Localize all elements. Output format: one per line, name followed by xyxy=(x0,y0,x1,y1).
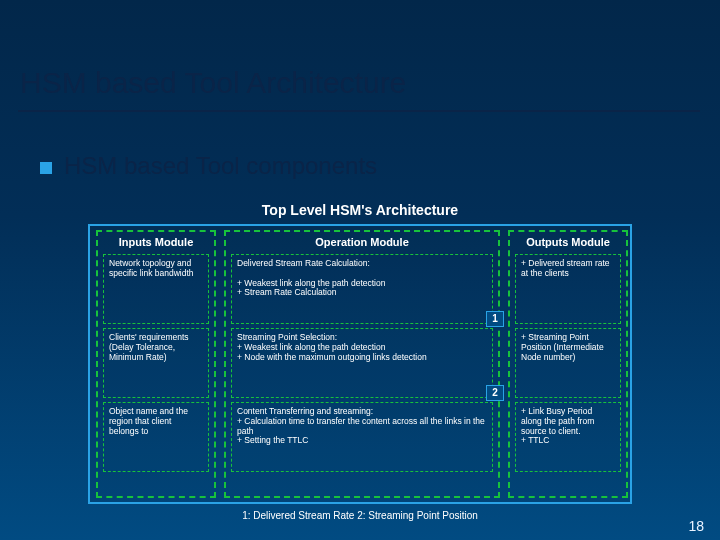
op-row-0: Delivered Stream Rate Calculation: + Wea… xyxy=(231,254,493,324)
input-row-1: Clients' requirements (Delay Tolerance, … xyxy=(103,328,209,398)
outputs-column: Outputs Module + Delivered stream rate a… xyxy=(508,230,628,498)
architecture-frame: Inputs Module Network topology and speci… xyxy=(88,224,632,504)
output-row-1: + Streaming Point Position (Intermediate… xyxy=(515,328,621,398)
operation-header: Operation Module xyxy=(226,232,498,250)
badge-2: 2 xyxy=(486,385,504,401)
op-row-1: Streaming Point Selection: + Weakest lin… xyxy=(231,328,493,398)
legend: 1: Delivered Stream Rate 2: Streaming Po… xyxy=(0,510,720,521)
op-row-2: Content Transferring and streaming: + Ca… xyxy=(231,402,493,472)
bullet-text: HSM based Tool components xyxy=(64,152,377,180)
input-row-2: Object name and the region that client b… xyxy=(103,402,209,472)
output-row-0: + Delivered stream rate at the clients xyxy=(515,254,621,324)
title-underline xyxy=(18,110,700,112)
page-number: 18 xyxy=(688,518,704,534)
badge-1: 1 xyxy=(486,311,504,327)
diagram-caption: Top Level HSM's Architecture xyxy=(0,202,720,218)
operation-column: Operation Module Delivered Stream Rate C… xyxy=(224,230,500,498)
op-text-1: Streaming Point Selection: + Weakest lin… xyxy=(237,332,427,362)
inputs-header: Inputs Module xyxy=(98,232,214,250)
bullet-icon xyxy=(40,162,52,174)
output-row-2: + Link Busy Period along the path from s… xyxy=(515,402,621,472)
input-row-0: Network topology and specific link bandw… xyxy=(103,254,209,324)
op-text-0: Delivered Stream Rate Calculation: + Wea… xyxy=(237,258,385,297)
op-text-2: Content Transferring and streaming: + Ca… xyxy=(237,406,485,445)
outputs-header: Outputs Module xyxy=(510,232,626,250)
inputs-column: Inputs Module Network topology and speci… xyxy=(96,230,216,498)
page-title: HSM based Tool Architecture xyxy=(20,66,406,100)
